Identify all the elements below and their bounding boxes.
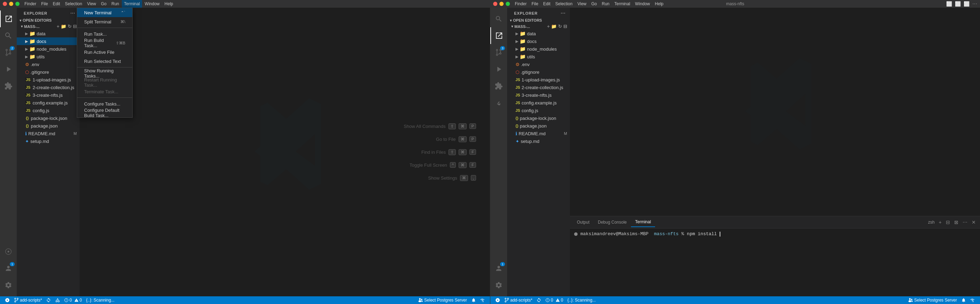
right-folder-node-modules[interactable]: ▶ 📁 node_modules [507,45,570,53]
menu-view[interactable]: View [85,0,98,8]
right-activity-search[interactable] [490,11,507,27]
right-activity-source-control[interactable]: 3 [490,44,507,61]
right-file-config-example[interactable]: JS config.example.js [507,99,570,107]
status-sync[interactable] [44,296,53,304]
right-menu-go[interactable]: Go [589,0,599,8]
file-package-lock[interactable]: {} package-lock.json [17,114,80,122]
file-upload-images[interactable]: JS 1-upload-images.js [17,76,80,83]
file-setup[interactable]: ✦ setup.md [17,137,80,145]
right-status-remote[interactable] [493,296,502,304]
menu-show-running-tasks[interactable]: Show Running Tasks... [77,69,132,78]
right-file-config[interactable]: JS config.js [507,107,570,114]
right-status-broadcast[interactable] [968,296,977,304]
close-button[interactable] [3,2,7,6]
file-env[interactable]: ⚙ .env [17,61,80,68]
right-menu-finder[interactable]: Finder [513,0,529,8]
tab-output[interactable]: Output [573,218,593,227]
right-file-create-collection[interactable]: JS 2-create-collection.js [507,83,570,91]
terminal-close-icon[interactable]: ✕ [970,219,977,226]
menu-finder[interactable]: Finder [22,0,38,8]
activity-accounts[interactable]: 1 [0,260,17,277]
file-package[interactable]: {} package.json [17,122,80,130]
minimize-button[interactable] [9,2,13,6]
right-close-button[interactable] [493,2,497,6]
menu-window[interactable]: Window [143,0,162,8]
activity-remote[interactable] [0,243,17,260]
right-status-bell[interactable] [959,296,968,304]
new-file-icon[interactable]: ⋯ [70,11,75,16]
right-minimize-button[interactable] [500,2,504,6]
activity-extensions[interactable] [0,78,17,94]
terminal-split-icon[interactable]: ⊟ [944,219,951,226]
right-menu-help[interactable]: Help [652,0,665,8]
terminal-maximize-icon[interactable]: ⊠ [953,219,960,226]
folder-node-modules[interactable]: ▶ 📁 node_modules [17,45,80,53]
right-menu-terminal[interactable]: Terminal [612,0,632,8]
file-config-example[interactable]: JS config.example.js [17,99,80,107]
status-broadcast[interactable] [478,296,487,304]
menu-terminal[interactable]: Terminal [122,0,142,8]
right-status-sync[interactable] [535,296,543,304]
right-activity-accounts[interactable]: 1 [490,260,507,277]
right-activity-run[interactable] [490,61,507,78]
right-file-env[interactable]: ⚙ .env [507,61,570,68]
right-menu-edit[interactable]: Edit [541,0,552,8]
status-postgres[interactable]: Select Postgres Server [416,296,469,304]
right-open-editors-header[interactable]: ▾ OPEN EDITORS [507,18,570,23]
status-bell[interactable] [469,296,478,304]
layout-icon[interactable]: ⬜ [964,1,969,6]
right-new-file-icon[interactable]: ⋯ [560,11,566,16]
new-file-btn[interactable]: + [57,24,59,29]
right-status-errors[interactable]: 0 0 [543,296,565,304]
file-create-collection[interactable]: JS 2-create-collection.js [17,83,80,91]
folder-data[interactable]: ▶ 📁 data [17,30,80,37]
panel-toggle-icon[interactable]: ⬜ [955,1,961,6]
right-folder-data[interactable]: ▶ 📁 data [507,30,570,37]
status-publish[interactable] [53,296,62,304]
right-menu-file[interactable]: File [530,0,540,8]
menu-run-build-task[interactable]: Run Build Task... ⇧⌘B [77,38,132,48]
more-icon[interactable]: ⋯ [972,1,977,6]
terminal-more-icon[interactable]: ⋯ [961,219,969,226]
right-activity-settings[interactable] [490,277,507,293]
sidebar-toggle-icon[interactable]: ⬜ [946,1,952,6]
status-remote[interactable] [3,296,12,304]
folder-docs[interactable]: ▶ 📁 docs [17,37,80,45]
right-activity-remote2[interactable] [490,94,507,111]
right-file-create-nfts[interactable]: JS 3-create-nfts.js [507,91,570,99]
folder-utils[interactable]: ▶ 📁 utils [17,53,80,61]
activity-search[interactable] [0,27,17,44]
explorer-root-header[interactable]: ▾ MASS-... + 📁 ↻ ⊟ [17,23,80,30]
tab-debug-console[interactable]: Debug Console [593,218,631,227]
menu-file[interactable]: File [39,0,50,8]
file-readme[interactable]: ℹ README.md M [17,130,80,137]
right-menu-view[interactable]: View [575,0,589,8]
menu-configure-default-build-task[interactable]: Configure Default Build Task... [77,108,132,117]
file-create-nfts[interactable]: JS 3-create-nfts.js [17,91,80,99]
menu-configure-tasks[interactable]: Configure Tasks... [77,99,132,108]
activity-explorer[interactable] [0,11,17,27]
right-file-readme[interactable]: ℹ README.md M [507,130,570,137]
collapse-btn[interactable]: ⊟ [73,24,77,29]
right-activity-extensions[interactable] [490,78,507,94]
menu-run-selected-text[interactable]: Run Selected Text [77,57,132,66]
terminal-add-icon[interactable]: + [937,219,943,226]
right-folder-utils[interactable]: ▶ 📁 utils [507,53,570,61]
right-explorer-root-header[interactable]: ▾ MASS-... + 📁 ↻ ⊟ [507,23,570,30]
right-file-gitignore[interactable]: ⬡ .gitignore [507,68,570,76]
menu-go[interactable]: Go [99,0,108,8]
activity-source-control[interactable]: 2 [0,44,17,61]
activity-run[interactable] [0,61,17,78]
right-activity-explorer[interactable] [490,27,507,44]
menu-run[interactable]: Run [109,0,121,8]
right-menu-run[interactable]: Run [600,0,611,8]
right-file-package-lock[interactable]: {} package-lock.json [507,114,570,122]
right-status-scanning[interactable]: {..}: Scanning... [565,296,598,304]
file-config[interactable]: JS config.js [17,107,80,114]
right-menu-window[interactable]: Window [633,0,652,8]
menu-split-terminal[interactable]: Split Terminal ⌘\ [77,17,132,26]
right-file-upload-images[interactable]: JS 1-upload-images.js [507,76,570,83]
right-file-setup[interactable]: ✦ setup.md [507,137,570,145]
new-folder-btn[interactable]: 📁 [61,24,66,29]
right-collapse-btn[interactable]: ⊟ [563,24,567,29]
